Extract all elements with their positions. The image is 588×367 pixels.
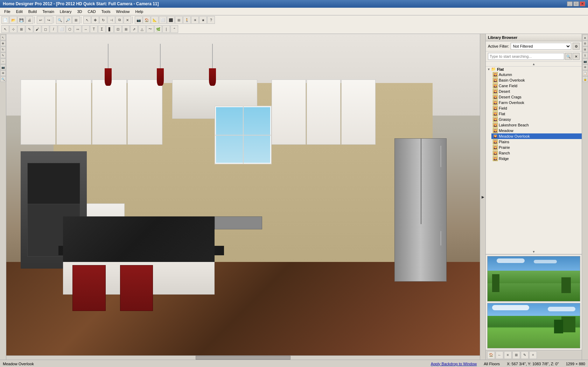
lt-dim[interactable]: ↔ (0, 58, 6, 64)
tb-tape[interactable]: ⇿ (74, 25, 82, 33)
tb-zoom-in[interactable]: 🔍 (56, 16, 64, 24)
tb-arrow[interactable]: ↖ (1, 25, 9, 33)
lt-rotate[interactable]: ↻ (0, 47, 6, 52)
ri-camera3[interactable]: 📷 (582, 58, 588, 64)
tb-selector[interactable]: ⊹ (9, 25, 17, 33)
tb-text[interactable]: T (90, 25, 98, 33)
menu-edit[interactable]: Edit (13, 9, 26, 14)
menu-3d[interactable]: 3D (74, 9, 85, 14)
tb-new[interactable]: 📄 (1, 16, 9, 24)
ri-arrow-up[interactable]: ▲ (582, 35, 588, 40)
close-button[interactable]: ✕ (580, 1, 585, 6)
tb-render[interactable]: ★ (199, 16, 207, 24)
tree-parent-flat[interactable]: ▼ 📁 Flat (486, 67, 582, 72)
tb-copy[interactable]: ⧉ (115, 16, 123, 24)
lib-btn-back[interactable]: ← (496, 351, 503, 359)
tb-wall[interactable]: ▋ (106, 25, 114, 33)
tb-elevation[interactable]: ⬜ (159, 16, 167, 24)
lib-btn-add[interactable]: + (529, 351, 537, 359)
tb-3d[interactable]: 🏠 (143, 16, 150, 24)
menu-terrain[interactable]: Terrain (40, 9, 57, 14)
tree-item-cane-field[interactable]: 🌄 Cane Field (491, 83, 582, 89)
tb-select[interactable]: ↖ (83, 16, 91, 24)
ri-settings[interactable]: ⚙ (582, 41, 588, 46)
search-clear-button[interactable]: ✕ (573, 53, 580, 60)
tree-item-meadow-overlook[interactable]: 🌄 Meadow Overlook (491, 133, 582, 139)
menu-file[interactable]: File (1, 9, 13, 14)
maximize-button[interactable]: □ (573, 1, 579, 6)
tree-item-ranch[interactable]: 🌄 Ranch (491, 150, 582, 156)
viewport[interactable] (6, 34, 480, 360)
tb-symbol[interactable]: Σ (98, 25, 106, 33)
lib-btn-list[interactable]: ≡ (504, 351, 512, 359)
tb-plant[interactable]: 🌿 (154, 25, 162, 33)
tb-camera[interactable]: 📷 (135, 16, 142, 24)
menu-tools[interactable]: Tools (99, 9, 113, 14)
tree-item-grassy[interactable]: 🌄 Grassy (491, 117, 582, 122)
apply-backdrop-button[interactable]: Apply Backdrop to Window (431, 362, 477, 366)
tree-item-ridge[interactable]: 🌄 Ridge (491, 156, 582, 161)
tb-roof[interactable]: △ (138, 25, 146, 33)
tree-item-lakeshore[interactable]: 🌄 Lakeshore Beach (491, 122, 582, 128)
menu-cad[interactable]: CAD (85, 9, 98, 14)
tb-window-tool[interactable]: ⊞ (122, 25, 130, 33)
tree-item-field[interactable]: 🌄 Field (491, 105, 582, 111)
tree-item-desert-crags[interactable]: 🌄 Desert Crags (491, 94, 582, 100)
tree-item-flat[interactable]: 🌄 Flat (491, 111, 582, 117)
lib-btn-thumb[interactable]: ⊞ (512, 351, 520, 359)
viewport-hscrollbar-thumb[interactable] (196, 356, 290, 360)
tb-stair[interactable]: ⇗ (130, 25, 138, 33)
search-button[interactable]: 🔍 (565, 53, 572, 60)
tb-edit-pt[interactable]: ✎ (26, 25, 33, 33)
tree-item-plains[interactable]: 🌄 Plains (491, 139, 582, 145)
tb-align[interactable]: ⌃ (170, 25, 178, 33)
tb-rect[interactable]: ⬜ (58, 25, 65, 33)
lt-edit[interactable]: ✎ (0, 53, 6, 58)
tree-scroll-up[interactable]: ▲ (486, 62, 582, 67)
tb-undo[interactable]: ↩ (37, 16, 44, 24)
tb-sun[interactable]: ☀ (191, 16, 199, 24)
lt-zoom[interactable]: 🔍 (0, 76, 6, 82)
tb-zoom-out[interactable]: 🔎 (64, 16, 72, 24)
tb-door[interactable]: ⊡ (114, 25, 122, 33)
tb-plan[interactable]: 📐 (151, 16, 159, 24)
tb-sel2[interactable]: ⊞ (18, 25, 25, 33)
tb-fit[interactable]: ⊞ (72, 16, 80, 24)
tb-detail[interactable]: ⊞ (175, 16, 183, 24)
tb-open[interactable]: 📂 (9, 16, 17, 24)
lib-btn-home[interactable]: 🏠 (487, 351, 495, 359)
menu-library[interactable]: Library (57, 9, 75, 14)
menu-build[interactable]: Build (26, 9, 40, 14)
tb-print[interactable]: 🖨 (26, 16, 33, 24)
ri-eye2[interactable]: 👁 (582, 64, 588, 70)
tree-item-meadow[interactable]: 🌄 Meadow (491, 128, 582, 133)
tb-mirror[interactable]: ⊣ (107, 16, 115, 24)
ri-lock[interactable]: 🔒 (582, 76, 588, 82)
filter-dropdown[interactable]: Not Filtered (511, 43, 571, 50)
tb-help[interactable]: ? (207, 16, 215, 24)
tb-poly[interactable]: ⬡ (66, 25, 74, 33)
filter-settings-button[interactable]: ⚙ (573, 43, 580, 50)
tb-dim[interactable]: ↔ (82, 25, 90, 33)
ri-prop[interactable]: 📋 (582, 70, 588, 76)
tb-delete[interactable]: ✕ (124, 16, 131, 24)
ri-info[interactable]: ℹ (582, 53, 588, 58)
menu-window[interactable]: Window (113, 9, 132, 14)
minimize-button[interactable]: _ (567, 1, 573, 6)
tb-mark[interactable]: | (162, 25, 170, 33)
tree-item-prairie[interactable]: 🌄 Prairie (491, 145, 582, 150)
tb-paint[interactable]: 🖌 (34, 25, 41, 33)
tree-item-desert[interactable]: 🌄 Desert (491, 89, 582, 94)
menu-help[interactable]: Help (133, 9, 146, 14)
lt-eye[interactable]: 👁 (0, 70, 6, 76)
panel-collapse-button[interactable]: ▶ (480, 34, 485, 360)
tb-move[interactable]: ✥ (91, 16, 99, 24)
tb-erase[interactable]: ◻ (42, 25, 49, 33)
lib-btn-edit[interactable]: ✎ (521, 351, 528, 359)
tb-rotate[interactable]: ↻ (99, 16, 107, 24)
tb-walk[interactable]: 🚶 (183, 16, 191, 24)
lt-move[interactable]: ✥ (0, 41, 6, 46)
tree-scroll-down[interactable]: ▼ (486, 249, 582, 254)
tb-line[interactable]: / (50, 25, 57, 33)
tb-redo[interactable]: ↪ (45, 16, 52, 24)
